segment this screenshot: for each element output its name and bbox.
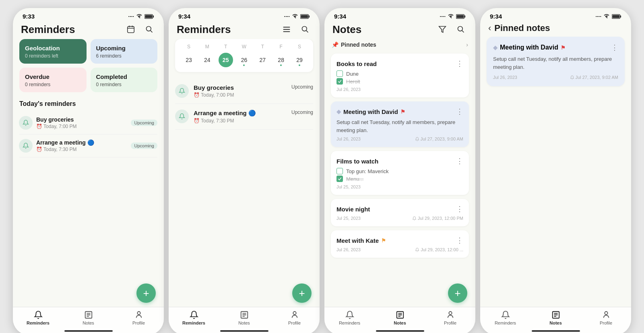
nav-label-notes-1: Notes <box>83 321 94 325</box>
pinned-note-more[interactable]: ⋮ <box>611 43 618 52</box>
note-movie-night[interactable]: Movie night ⋮ Jul 25, 2023 Jul 29, 2023,… <box>331 199 469 226</box>
nav-label-profile-3: Profile <box>444 321 456 325</box>
cal-reminder-detail-2: Arrange a meeting 🔵 ⏰ Today, 7:30 PM <box>194 110 287 124</box>
list-icon-btn[interactable] <box>280 23 293 36</box>
search-icon-btn-2[interactable] <box>299 23 312 36</box>
diamond-icon-4: ◆ <box>493 44 497 51</box>
note-meeting[interactable]: ◆ Meeting with David ⚑ ⋮ Setup call net … <box>331 101 469 147</box>
note-date-books: Jul 26, 2023 <box>336 87 463 92</box>
time-1: 9:33 <box>23 13 35 20</box>
signal-icon-2: ···· <box>284 13 290 19</box>
nav-reminders-3[interactable]: Reminders <box>324 310 375 325</box>
reminder-cards: Geolocation 0 reminders left Upcoming 6 … <box>19 39 157 92</box>
note-more-kate[interactable]: ⋮ <box>456 236 463 245</box>
nav-label-reminders-1: Reminders <box>27 321 50 325</box>
note-books[interactable]: Books to read ⋮ Dune Herolt Jul 26, 2023 <box>331 54 469 97</box>
svg-rect-28 <box>464 15 466 17</box>
cal-date-27[interactable]: 27 <box>255 53 270 67</box>
cal-upcoming-tag-2: Upcoming <box>291 110 313 115</box>
pinned-note-reminder-text: Jul 27, 2023, 9:02 AM <box>576 75 618 80</box>
todays-reminders-title: Today's reminders <box>19 100 157 108</box>
svg-line-21 <box>306 31 308 33</box>
calendar-days-row: S M T W T F S <box>182 44 307 50</box>
fab-1[interactable]: + <box>136 283 156 303</box>
cal-reminder-2[interactable]: Arrange a meeting 🔵 ⏰ Today, 7:30 PM Upc… <box>175 104 313 130</box>
geolocation-title: Geolocation <box>25 45 81 52</box>
nav-notes-1[interactable]: Notes <box>63 310 114 325</box>
note-more-films[interactable]: ⋮ <box>456 157 463 165</box>
svg-point-31 <box>458 27 463 31</box>
filter-icon-btn[interactable] <box>436 23 449 36</box>
fab-2[interactable]: + <box>292 283 312 303</box>
nav-profile-3[interactable]: Profile <box>425 310 475 325</box>
note-meet-kate[interactable]: Meet with Kate ⚑ ⋮ Jul 26, 2023 Jul 29, … <box>331 230 469 258</box>
note-more-books[interactable]: ⋮ <box>456 59 463 68</box>
nav-profile-1[interactable]: Profile <box>114 310 164 325</box>
nav-label-profile-4: Profile <box>600 321 612 325</box>
battery-icon-2 <box>300 14 310 19</box>
nav-label-notes-4: Notes <box>549 321 562 325</box>
nav-profile-4[interactable]: Profile <box>581 310 631 325</box>
time-4: 9:34 <box>490 13 502 20</box>
cal-date-25[interactable]: 25 <box>219 53 233 67</box>
svg-line-32 <box>462 31 464 33</box>
back-button[interactable]: ‹ <box>488 23 491 33</box>
nav-label-profile-1: Profile <box>132 321 145 325</box>
cal-reminder-1[interactable]: Buy groceries ⏰ Today, 7:00 PM Upcoming <box>175 79 313 104</box>
header-icons-1 <box>124 23 156 36</box>
signal-icon-3: ···· <box>440 13 446 19</box>
flag-orange-icon: ⚑ <box>381 238 386 244</box>
search-icon-btn-3[interactable] <box>454 23 467 36</box>
note-footer-kate: Jul 26, 2023 Jul 29, 2023, 12:00 ... <box>336 247 463 252</box>
screen1-phone: 9:33 ···· Reminders Geolocation 0 remind… <box>13 8 164 333</box>
nav-notes-4[interactable]: Notes <box>530 310 581 325</box>
note-more-movie[interactable]: ⋮ <box>456 205 463 213</box>
svg-rect-29 <box>456 15 464 18</box>
reminder-item-2[interactable]: Arrange a meeting 🔵 ⏰ Today, 7:30 PM Upc… <box>19 134 157 157</box>
profile-nav-icon-3 <box>446 310 455 319</box>
reminder-info-1: Buy groceries ⏰ Today, 7:00 PM <box>36 116 127 129</box>
pinned-label: Pinned notes <box>341 41 376 48</box>
content-4: ◆ Meeting with David ⚑ ⋮ Setup call net … <box>480 37 631 307</box>
profile-nav-icon-2 <box>290 310 299 319</box>
svg-rect-16 <box>301 15 308 18</box>
note-date-films: Jul 25, 2023 <box>336 184 463 189</box>
overdue-card[interactable]: Overdue 0 reminders <box>19 68 87 92</box>
nav-reminders-4[interactable]: Reminders <box>480 310 530 325</box>
cal-date-28[interactable]: 28 <box>274 53 288 67</box>
home-indicator-1 <box>13 327 164 333</box>
wifi-icon <box>136 14 142 19</box>
cal-date-24[interactable]: 24 <box>200 53 215 67</box>
note-films[interactable]: Films to watch ⋮ Top gun: Maverick Menu.… <box>331 151 469 195</box>
fab-3[interactable]: + <box>448 283 467 303</box>
nav-label-reminders-2: Reminders <box>182 321 205 325</box>
calendar-icon <box>126 25 135 34</box>
search-icon <box>145 25 153 33</box>
nav-reminders-2[interactable]: Reminders <box>169 310 219 325</box>
calendar-icon-btn[interactable] <box>124 23 137 36</box>
wifi-icon-3 <box>448 14 454 19</box>
upcoming-title: Upcoming <box>96 45 152 52</box>
cal-date-26[interactable]: 26 <box>237 53 251 67</box>
cal-date-23[interactable]: 23 <box>182 53 196 67</box>
geolocation-card[interactable]: Geolocation 0 reminders left <box>19 39 87 64</box>
pinned-note-card[interactable]: ◆ Meeting with David ⚑ ⋮ Setup call net … <box>487 37 625 86</box>
svg-rect-3 <box>128 27 134 33</box>
nav-label-reminders-3: Reminders <box>339 321 360 325</box>
note-more-meeting[interactable]: ⋮ <box>456 107 463 116</box>
status-bar-1: 9:33 ···· <box>13 8 164 21</box>
nav-reminders-1[interactable]: Reminders <box>13 310 63 325</box>
status-icons-1: ···· <box>128 13 154 19</box>
cal-date-29[interactable]: 29 <box>292 53 307 67</box>
back-header: ‹ Pinned notes <box>480 21 631 37</box>
nav-notes-2[interactable]: Notes <box>219 310 269 325</box>
completed-card[interactable]: Completed 0 reminders <box>91 68 158 92</box>
search-icon-btn[interactable] <box>143 23 156 36</box>
bell-circle-cal-1 <box>175 84 189 98</box>
pinned-bar[interactable]: 📌 Pinned notes › <box>331 39 469 50</box>
nav-notes-3[interactable]: Notes <box>375 310 425 325</box>
upcoming-card[interactable]: Upcoming 6 reminders <box>91 39 158 64</box>
nav-profile-2[interactable]: Profile <box>269 310 320 325</box>
reminder-item-1[interactable]: Buy groceries ⏰ Today, 7:00 PM Upcoming <box>19 112 157 134</box>
bottom-nav-1: Reminders Notes Profile <box>13 307 164 327</box>
